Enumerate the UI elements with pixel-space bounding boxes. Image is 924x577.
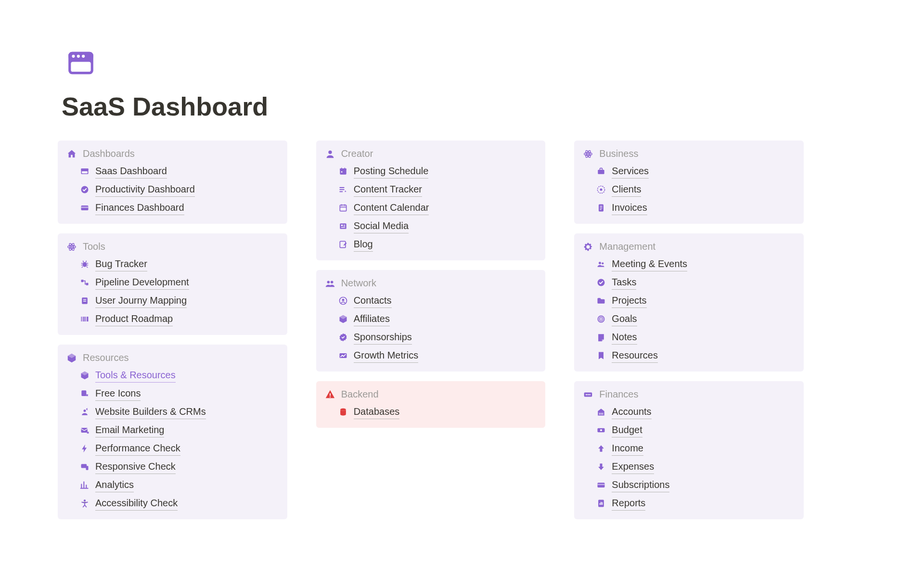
item-label[interactable]: Clients xyxy=(612,182,641,197)
link-item[interactable]: Resources xyxy=(596,348,795,363)
link-item[interactable]: Databases xyxy=(338,405,537,419)
item-label[interactable]: User Journy Mapping xyxy=(95,294,187,308)
link-item[interactable]: Tools & Resources xyxy=(80,368,279,383)
item-label[interactable]: Databases xyxy=(354,405,400,419)
link-item[interactable]: Projects xyxy=(596,294,795,308)
item-label[interactable]: Responsive Check xyxy=(95,460,176,474)
item-label[interactable]: Social Media xyxy=(354,219,409,233)
item-label[interactable]: Product Roadmap xyxy=(95,312,173,326)
item-label[interactable]: Budget xyxy=(612,423,642,437)
link-item[interactable]: Meeting & Events xyxy=(596,257,795,271)
link-item[interactable]: Growth Metrics xyxy=(338,348,537,363)
item-label[interactable]: Saas Dashboard xyxy=(95,164,167,179)
item-label[interactable]: Tools & Resources xyxy=(95,368,176,383)
card-title: Management xyxy=(599,241,655,252)
item-label[interactable]: Contacts xyxy=(354,294,392,308)
link-item[interactable]: Product Roadmap xyxy=(80,312,279,326)
link-item[interactable]: Social Media xyxy=(338,219,537,233)
item-label[interactable]: Subscriptions xyxy=(612,478,669,492)
item-label[interactable]: Meeting & Events xyxy=(612,257,687,271)
card-items: Posting ScheduleContent TrackerContent C… xyxy=(325,164,537,252)
item-label[interactable]: Resources xyxy=(612,348,658,363)
link-item[interactable]: Income xyxy=(596,441,795,456)
item-label[interactable]: Goals xyxy=(612,312,637,326)
item-label[interactable]: Growth Metrics xyxy=(354,348,418,363)
barcode-icon xyxy=(80,314,90,324)
item-label[interactable]: Sponsorships xyxy=(354,330,412,345)
link-item[interactable]: Performance Check xyxy=(80,441,279,456)
item-label[interactable]: Pipeline Development xyxy=(95,275,189,290)
link-item[interactable]: Budget xyxy=(596,423,795,437)
item-label[interactable]: Projects xyxy=(612,294,646,308)
gear-icon xyxy=(583,242,593,252)
link-item[interactable]: Pipeline Development xyxy=(80,275,279,290)
link-item[interactable]: Invoices xyxy=(596,201,795,215)
user-icon xyxy=(325,149,335,159)
link-item[interactable]: Reports xyxy=(596,496,795,511)
link-item[interactable]: Affiliates xyxy=(338,312,537,326)
item-label[interactable]: Invoices xyxy=(612,201,647,215)
link-item[interactable]: Email Marketing xyxy=(80,423,279,437)
link-item[interactable]: Content Calendar xyxy=(338,201,537,215)
item-label[interactable]: Tasks xyxy=(612,275,636,290)
bolt-icon xyxy=(80,444,90,453)
growth-icon xyxy=(338,351,348,360)
item-label[interactable]: Services xyxy=(612,164,649,179)
link-item[interactable]: Notes xyxy=(596,330,795,345)
item-label[interactable]: Email Marketing xyxy=(95,423,164,437)
item-label[interactable]: Bug Tracker xyxy=(95,257,147,271)
link-item[interactable]: Posting Schedule xyxy=(338,164,537,179)
link-item[interactable]: Contacts xyxy=(338,294,537,308)
link-item[interactable]: Content Tracker xyxy=(338,182,537,197)
database-icon xyxy=(338,407,348,417)
item-label[interactable]: Website Builders & CRMs xyxy=(95,405,206,419)
link-item[interactable]: Services xyxy=(596,164,795,179)
link-item[interactable]: Responsive Check xyxy=(80,460,279,474)
link-item[interactable]: Clients xyxy=(596,182,795,197)
item-label[interactable]: Free Icons xyxy=(95,386,141,401)
badge-icon xyxy=(338,333,348,342)
link-item[interactable]: Finances Dashboard xyxy=(80,201,279,215)
link-item[interactable]: Bug Tracker xyxy=(80,257,279,271)
link-item[interactable]: Productivity Dashboard xyxy=(80,182,279,197)
link-item[interactable]: Subscriptions xyxy=(596,478,795,492)
link-item[interactable]: Website Builders & CRMs xyxy=(80,405,279,419)
item-label[interactable]: Performance Check xyxy=(95,441,180,456)
item-label[interactable]: Accessibility Check xyxy=(95,496,178,511)
card-tools: ToolsBug TrackerPipeline DevelopmentUser… xyxy=(58,233,287,335)
link-item[interactable]: Free Icons xyxy=(80,386,279,401)
link-item[interactable]: User Journy Mapping xyxy=(80,294,279,308)
card-title: Creator xyxy=(341,148,373,159)
analytics-icon xyxy=(80,480,90,490)
item-label[interactable]: Content Calendar xyxy=(354,201,429,215)
dots-icon xyxy=(583,389,593,400)
link-item[interactable]: Sponsorships xyxy=(338,330,537,345)
bug-icon xyxy=(80,259,90,269)
card-items: Meeting & EventsTasksProjectsGoalsNotesR… xyxy=(583,257,795,363)
card-header: Network xyxy=(325,278,537,289)
group-icon xyxy=(325,278,335,289)
item-label[interactable]: Accounts xyxy=(612,405,651,419)
link-item[interactable]: Expenses xyxy=(596,460,795,474)
link-item[interactable]: Blog xyxy=(338,237,537,252)
item-label[interactable]: Reports xyxy=(612,496,645,511)
link-item[interactable]: Analytics xyxy=(80,478,279,492)
item-label[interactable]: Notes xyxy=(612,330,637,345)
link-item[interactable]: Goals xyxy=(596,312,795,326)
link-item[interactable]: Accessibility Check xyxy=(80,496,279,511)
item-label[interactable]: Expenses xyxy=(612,460,654,474)
item-label[interactable]: Analytics xyxy=(95,478,134,492)
calendar2-icon xyxy=(338,203,348,213)
money-icon xyxy=(596,425,606,435)
item-label[interactable]: Productivity Dashboard xyxy=(95,182,195,197)
item-label[interactable]: Affiliates xyxy=(354,312,390,326)
link-item[interactable]: Tasks xyxy=(596,275,795,290)
item-label[interactable]: Income xyxy=(612,441,643,456)
item-label[interactable]: Content Tracker xyxy=(354,182,422,197)
link-item[interactable]: Accounts xyxy=(596,405,795,419)
item-label[interactable]: Posting Schedule xyxy=(354,164,429,179)
mail-send-icon xyxy=(80,425,90,435)
link-item[interactable]: Saas Dashboard xyxy=(80,164,279,179)
item-label[interactable]: Blog xyxy=(354,237,373,252)
item-label[interactable]: Finances Dashboard xyxy=(95,201,184,215)
